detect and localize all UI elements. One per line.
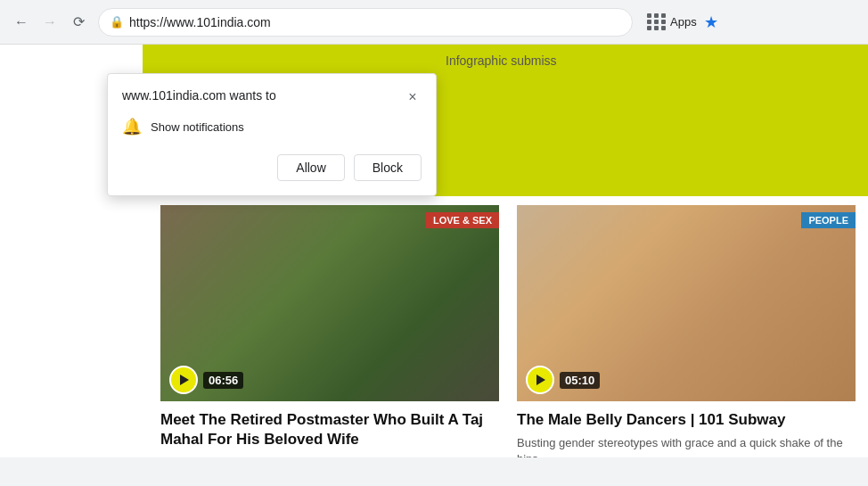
card-2-badge: PEOPLE (801, 212, 856, 228)
card-2-description: Busting gender stereotypes with grace an… (517, 435, 856, 457)
card-1-description: A true love story that will move you to … (160, 455, 499, 457)
address-text: https://www.101india.com (129, 15, 621, 29)
apps-label: Apps (670, 15, 697, 29)
play-triangle-icon (180, 375, 189, 385)
address-bar[interactable]: 🔒 https://www.101india.com (98, 8, 633, 37)
card-1-title: Meet The Retired Postmaster Who Built A … (160, 410, 499, 449)
notification-popup: www.101india.com wants to × 🔔 Show notif… (107, 73, 437, 196)
popup-buttons: Allow Block (122, 154, 422, 181)
card-2-image-wrapper[interactable]: PEOPLE 05:10 (517, 205, 856, 401)
content-area: Infographic submiss LOVE & SEX 06:56 Mee… (0, 45, 868, 457)
nav-buttons: ← → ⟳ (9, 10, 91, 35)
lock-icon: 🔒 (110, 15, 124, 29)
play-triangle-icon-2 (536, 375, 545, 385)
card-2: PEOPLE 05:10 The Male Belly Dancers | 10… (517, 205, 856, 457)
apps-button[interactable]: Apps (647, 13, 697, 30)
card-1-play-overlay: 06:56 (169, 366, 243, 394)
card-2-title: The Male Belly Dancers | 101 Subway (517, 410, 856, 430)
apps-grid-icon (647, 13, 667, 30)
popup-title: www.101india.com wants to (122, 88, 276, 103)
forward-button[interactable]: → (37, 10, 62, 35)
reload-button[interactable]: ⟳ (66, 10, 91, 35)
card-1-image-wrapper[interactable]: LOVE & SEX 06:56 (160, 205, 499, 401)
card-2-play-button[interactable] (526, 366, 554, 394)
top-text: Infographic submiss (446, 54, 557, 68)
card-1-play-button[interactable] (169, 366, 198, 394)
card-2-duration: 05:10 (560, 372, 600, 389)
cards-container: LOVE & SEX 06:56 Meet The Retired Postma… (143, 187, 868, 457)
bell-icon: 🔔 (122, 117, 142, 136)
card-1-duration: 06:56 (203, 372, 243, 389)
popup-permission-row: 🔔 Show notifications (122, 117, 422, 136)
toolbar-right: Apps ★ (647, 12, 718, 32)
card-1-badge: LOVE & SEX (426, 212, 499, 228)
allow-button[interactable]: Allow (277, 154, 344, 181)
permission-text: Show notifications (151, 120, 244, 134)
back-button[interactable]: ← (9, 10, 34, 35)
block-button[interactable]: Block (354, 154, 422, 181)
popup-close-button[interactable]: × (404, 88, 422, 106)
card-1: LOVE & SEX 06:56 Meet The Retired Postma… (160, 205, 499, 457)
browser-chrome: ← → ⟳ 🔒 https://www.101india.com Apps ★ (0, 0, 868, 45)
top-text-area: Infographic submiss (446, 54, 557, 68)
card-2-play-overlay: 05:10 (526, 366, 600, 394)
popup-header: www.101india.com wants to × (122, 88, 422, 106)
bookmark-star-icon[interactable]: ★ (704, 12, 718, 32)
